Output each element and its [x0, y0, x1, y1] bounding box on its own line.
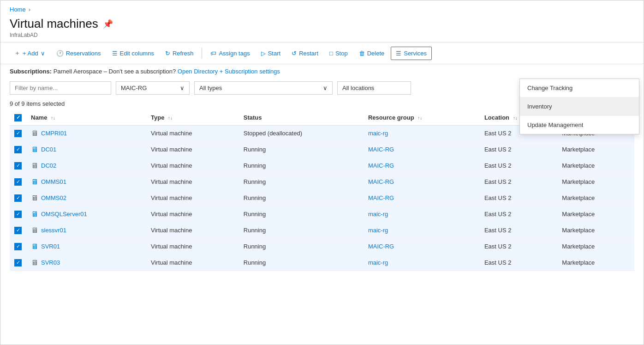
row-type-cell: Virtual machine	[146, 238, 239, 254]
edit-columns-button[interactable]: ☰ Edit columns	[107, 47, 159, 60]
col-header-type[interactable]: Type ↑↓	[146, 110, 239, 125]
subscriptions-text: Parnell Aerospace – Don't see a subscrip…	[54, 68, 176, 75]
row-checkbox-cell[interactable]: ✓	[10, 238, 26, 254]
reservations-button[interactable]: 🕐 Reservations	[52, 47, 106, 60]
vm-name-link[interactable]: SVR03	[41, 259, 60, 266]
row-status-cell: Running	[239, 206, 364, 222]
resource-group-link[interactable]: MAIC-RG	[368, 194, 394, 201]
col-header-name[interactable]: Name ↑↓	[26, 110, 146, 125]
vm-name-link[interactable]: OMSQLServer01	[41, 211, 87, 218]
assign-tags-button[interactable]: 🏷 Assign tags	[206, 47, 254, 60]
row-checkbox[interactable]: ✓	[14, 162, 22, 169]
row-status-cell: Running	[239, 238, 364, 254]
row-checkbox[interactable]: ✓	[14, 211, 22, 218]
row-checkbox-cell[interactable]: ✓	[10, 125, 26, 141]
row-name-cell: 🖥 OMSQLServer01	[26, 206, 146, 222]
page-header: Virtual machines 📌 InfraLabAD	[0, 15, 644, 42]
row-type-cell: Virtual machine	[146, 222, 239, 238]
table-row: ✓ 🖥 OMMS02 Virtual machine Running MAIC-…	[10, 190, 634, 206]
start-button[interactable]: ▷ Start	[256, 47, 285, 60]
restart-button[interactable]: ↺ Restart	[287, 47, 323, 60]
resource-group-value: MAIC-RG	[121, 85, 147, 91]
row-status-cell: Running	[239, 222, 364, 238]
vm-name-link[interactable]: SVR01	[41, 243, 60, 250]
resource-group-link[interactable]: maic-rg	[368, 211, 388, 218]
row-name-cell: 🖥 CMPRI01	[26, 125, 146, 141]
row-source-cell: Marketplace	[557, 238, 634, 254]
col-header-status[interactable]: Status	[239, 110, 364, 125]
breadcrumb: Home ›	[0, 0, 644, 15]
row-checkbox[interactable]: ✓	[14, 130, 22, 137]
restart-icon: ↺	[292, 50, 297, 57]
row-checkbox-cell[interactable]: ✓	[10, 174, 26, 190]
row-checkbox[interactable]: ✓	[14, 227, 22, 234]
chevron-down-icon: ∨	[180, 85, 185, 91]
all-types-value: All types	[199, 85, 222, 91]
sort-icon: ↑↓	[417, 115, 422, 121]
row-checkbox-cell[interactable]: ✓	[10, 254, 26, 271]
add-chevron-icon: ∨	[41, 50, 45, 57]
dropdown-item-update-management[interactable]: Update Management	[520, 116, 639, 134]
row-rg-cell: MAIC-RG	[364, 174, 480, 190]
breadcrumb-home[interactable]: Home	[10, 6, 26, 13]
row-checkbox[interactable]: ✓	[14, 178, 22, 186]
resource-group-link[interactable]: MAIC-RG	[368, 178, 394, 185]
add-button[interactable]: ＋ + Add ∨	[10, 46, 50, 60]
row-type-cell: Virtual machine	[146, 157, 239, 174]
resource-group-link[interactable]: maic-rg	[368, 259, 388, 266]
resource-group-link[interactable]: MAIC-RG	[368, 146, 394, 153]
vm-name-link[interactable]: DC02	[41, 162, 56, 169]
row-type-cell: Virtual machine	[146, 125, 239, 141]
vm-icon: 🖥	[31, 226, 38, 235]
resource-group-link[interactable]: maic-rg	[368, 227, 388, 234]
open-directory-link[interactable]: Open Directory + Subscription settings	[178, 68, 280, 75]
vm-icon: 🖥	[31, 194, 38, 202]
row-name-cell: 🖥 DC02	[26, 157, 146, 174]
vm-name-link[interactable]: DC01	[41, 146, 56, 153]
subscriptions-label: Subscriptions:	[10, 68, 52, 75]
filter-name-input[interactable]	[10, 81, 111, 95]
row-checkbox[interactable]: ✓	[14, 194, 22, 202]
resource-group-filter[interactable]: MAIC-RG ∨	[116, 81, 190, 95]
row-status-cell: Running	[239, 157, 364, 174]
refresh-icon: ↻	[165, 50, 170, 57]
row-location-cell: East US 2	[480, 190, 557, 206]
type-filter[interactable]: All types ∨	[194, 81, 333, 95]
row-checkbox-cell[interactable]: ✓	[10, 190, 26, 206]
row-checkbox[interactable]: ✓	[14, 243, 22, 250]
select-all-checkbox[interactable]: ✓	[14, 114, 22, 121]
row-location-cell: East US 2	[480, 157, 557, 174]
vm-name-link[interactable]: slessvr01	[41, 227, 66, 234]
pin-icon[interactable]: 📌	[103, 19, 113, 29]
subscriptions-bar: Subscriptions: Parnell Aerospace – Don't…	[0, 64, 644, 79]
breadcrumb-separator: ›	[29, 6, 30, 13]
col-header-resource-group[interactable]: Resource group ↑↓	[364, 110, 480, 125]
services-button[interactable]: ☰ Services	[391, 47, 432, 60]
columns-icon: ☰	[112, 50, 118, 57]
row-rg-cell: maic-rg	[364, 125, 480, 141]
row-location-cell: East US 2	[480, 206, 557, 222]
resource-group-link[interactable]: maic-rg	[368, 130, 388, 137]
row-checkbox[interactable]: ✓	[14, 146, 22, 153]
row-checkbox-cell[interactable]: ✓	[10, 157, 26, 174]
stop-button[interactable]: □ Stop	[325, 47, 352, 60]
vm-name-link[interactable]: OMMS02	[41, 194, 66, 201]
row-rg-cell: MAIC-RG	[364, 238, 480, 254]
delete-button[interactable]: 🗑 Delete	[354, 47, 389, 60]
row-type-cell: Virtual machine	[146, 206, 239, 222]
row-checkbox[interactable]: ✓	[14, 259, 22, 266]
refresh-button[interactable]: ↻ Refresh	[161, 47, 198, 60]
dropdown-item-change-tracking[interactable]: Change Tracking	[520, 79, 639, 97]
location-filter[interactable]: All locations	[337, 81, 411, 95]
row-location-cell: East US 2	[480, 222, 557, 238]
resource-group-link[interactable]: MAIC-RG	[368, 243, 394, 250]
row-checkbox-cell[interactable]: ✓	[10, 206, 26, 222]
sort-icon: ↑↓	[51, 115, 55, 121]
vm-name-link[interactable]: OMMS01	[41, 178, 66, 185]
vm-name-link[interactable]: CMPRI01	[41, 130, 67, 137]
row-type-cell: Virtual machine	[146, 141, 239, 157]
row-checkbox-cell[interactable]: ✓	[10, 222, 26, 238]
resource-group-link[interactable]: MAIC-RG	[368, 162, 394, 169]
dropdown-item-inventory[interactable]: Inventory	[520, 97, 639, 116]
row-checkbox-cell[interactable]: ✓	[10, 141, 26, 157]
